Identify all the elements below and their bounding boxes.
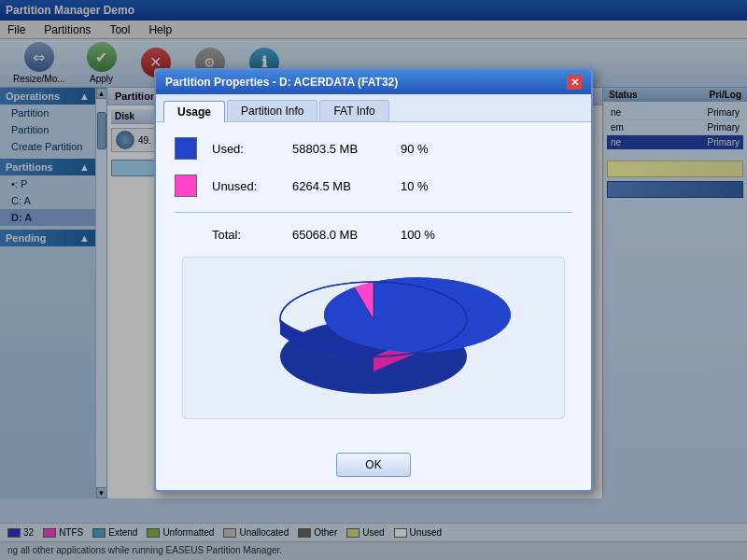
used-color-box bbox=[175, 137, 197, 160]
unused-label: Unused: bbox=[212, 179, 277, 193]
total-row: Total: 65068.0 MB 100 % bbox=[175, 228, 572, 242]
modal-overlay: Partition Properties - D: ACERDATA (FAT3… bbox=[0, 0, 747, 560]
tab-fat-info[interactable]: FAT Info bbox=[319, 100, 388, 121]
unused-row: Unused: 6264.5 MB 10 % bbox=[175, 175, 572, 197]
dialog-title: Partition Properties - D: ACERDATA (FAT3… bbox=[165, 76, 398, 89]
total-pct: 100 % bbox=[401, 228, 435, 242]
tab-partition-info[interactable]: Partition Info bbox=[227, 100, 317, 121]
used-pct: 90 % bbox=[401, 142, 429, 156]
dialog-tabs: Usage Partition Info FAT Info bbox=[156, 94, 591, 122]
unused-color-box bbox=[175, 175, 197, 197]
unused-pct: 10 % bbox=[401, 179, 429, 193]
dialog-content: Used: 58803.5 MB 90 % Unused: 6264.5 MB … bbox=[156, 122, 591, 445]
used-label: Used: bbox=[212, 142, 277, 156]
used-row: Used: 58803.5 MB 90 % bbox=[175, 137, 572, 160]
pie-chart-area bbox=[182, 257, 565, 419]
dialog-titlebar: Partition Properties - D: ACERDATA (FAT3… bbox=[156, 70, 591, 94]
tab-usage[interactable]: Usage bbox=[163, 101, 225, 122]
divider bbox=[175, 212, 572, 213]
used-value: 58803.5 MB bbox=[292, 142, 386, 156]
ok-button[interactable]: OK bbox=[336, 453, 411, 477]
pie-chart-svg bbox=[261, 273, 486, 403]
partition-properties-dialog: Partition Properties - D: ACERDATA (FAT3… bbox=[154, 68, 593, 492]
dialog-footer: OK bbox=[156, 445, 591, 490]
pie-used-top-2 bbox=[324, 277, 511, 352]
total-value: 65068.0 MB bbox=[292, 228, 386, 242]
unused-value: 6264.5 MB bbox=[292, 179, 386, 193]
total-label: Total: bbox=[212, 228, 277, 242]
dialog-close-button[interactable]: ✕ bbox=[567, 75, 582, 90]
